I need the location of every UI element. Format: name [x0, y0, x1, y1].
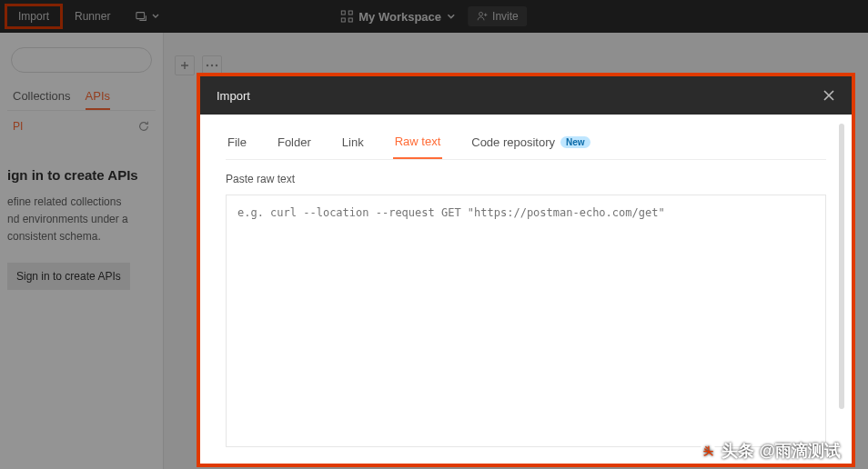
tab-collections[interactable]: Collections	[13, 84, 71, 110]
plus-icon	[179, 60, 190, 71]
tab-code-repository[interactable]: Code repository New	[469, 131, 591, 159]
invite-label: Invite	[492, 10, 519, 23]
workspace-label: My Workspace	[358, 10, 441, 24]
close-button[interactable]	[823, 89, 835, 102]
new-window-button[interactable]	[125, 6, 170, 26]
tab-options-button[interactable]	[202, 55, 222, 75]
refresh-icon	[137, 120, 150, 133]
app-header: Import Runner My Workspace Invite	[0, 0, 868, 33]
svg-rect-2	[348, 11, 352, 15]
sidebar-tabs: Collections APIs	[7, 84, 156, 111]
modal-body: File Folder Link Raw text Code repositor…	[200, 115, 852, 464]
chevron-down-icon	[152, 13, 159, 20]
raw-text-input[interactable]	[226, 195, 826, 447]
svg-rect-1	[341, 11, 345, 15]
dots-icon	[206, 64, 218, 67]
svg-rect-0	[136, 13, 145, 19]
svg-rect-4	[348, 18, 352, 22]
header-center-group: My Workspace Invite	[340, 6, 527, 26]
apis-row: PI	[7, 111, 156, 142]
close-icon	[823, 89, 835, 102]
add-tab-button[interactable]	[175, 55, 195, 75]
import-button[interactable]: Import	[7, 6, 60, 26]
paste-label: Paste raw text	[226, 173, 826, 185]
refresh-button[interactable]	[137, 120, 150, 133]
workspace-selector[interactable]: My Workspace	[340, 10, 455, 24]
svg-rect-3	[341, 18, 345, 22]
svg-point-6	[207, 65, 208, 66]
tab-apis[interactable]: APIs	[86, 84, 110, 110]
grid-icon	[340, 10, 353, 23]
svg-point-8	[216, 65, 217, 66]
signin-description: efine related collections nd environment…	[7, 194, 156, 246]
header-left-group: Import Runner	[7, 6, 170, 26]
desc-line: efine related collections	[7, 194, 156, 211]
watermark-text: 头条 @雨滴测试	[722, 440, 841, 462]
modal-title: Import	[217, 89, 250, 103]
modal-header: Import	[200, 76, 852, 115]
tab-link[interactable]: Link	[340, 131, 366, 159]
apis-row-label: PI	[13, 120, 23, 133]
chevron-down-icon	[447, 13, 455, 21]
invite-icon	[477, 11, 488, 22]
signin-heading: ign in to create APIs	[7, 167, 156, 183]
watermark: 头 头条 @雨滴测试	[700, 440, 841, 462]
import-tabs: File Folder Link Raw text Code repositor…	[226, 131, 826, 160]
new-window-icon	[136, 10, 148, 23]
watermark-icon: 头	[700, 443, 716, 459]
filter-input[interactable]	[11, 47, 152, 73]
svg-point-5	[479, 12, 482, 15]
new-badge: New	[560, 136, 590, 148]
invite-button[interactable]: Invite	[468, 6, 528, 26]
desc-line: consistent schema.	[7, 228, 156, 245]
desc-line: nd environments under a	[7, 211, 156, 228]
runner-button[interactable]: Runner	[64, 6, 121, 26]
sidebar: Collections APIs PI ign in to create API…	[0, 33, 164, 469]
tab-file[interactable]: File	[226, 131, 248, 159]
signin-button[interactable]: Sign in to create APIs	[7, 263, 130, 290]
tab-folder[interactable]: Folder	[276, 131, 313, 159]
svg-point-7	[211, 65, 213, 66]
modal-scrollbar[interactable]	[839, 124, 844, 409]
import-modal: Import File Folder Link Raw text Code re…	[200, 76, 852, 464]
tab-raw-text[interactable]: Raw text	[393, 131, 443, 159]
tab-repo-label: Code repository	[471, 135, 555, 149]
